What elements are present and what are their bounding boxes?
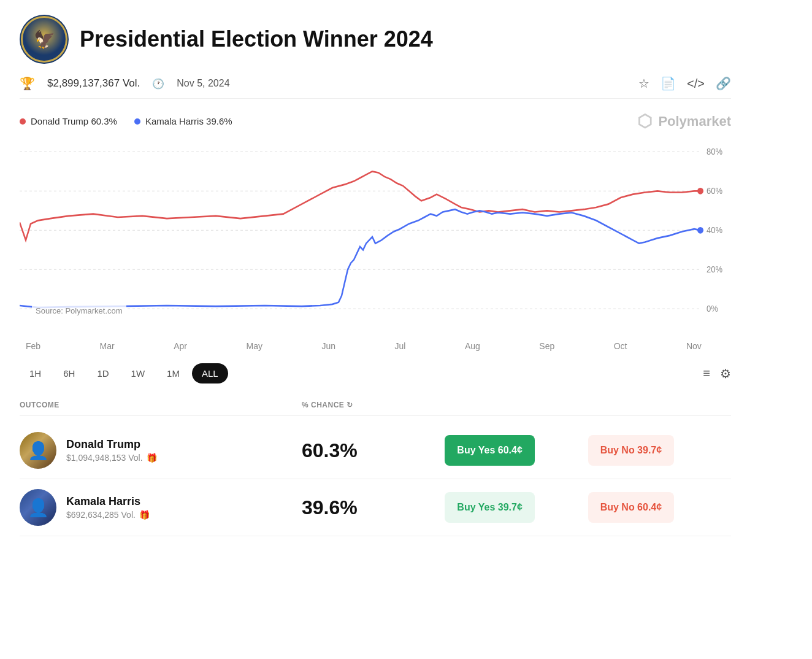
harris-avatar-icon: 👤 — [28, 498, 49, 518]
outcome-row-trump: 👤 Donald Trump $1,094,948,153 Vol. 🎁 60.… — [20, 422, 731, 479]
time-btn-all[interactable]: ALL — [192, 363, 228, 383]
seal-eagle-icon: 🦅 — [34, 29, 55, 50]
svg-text:80%: 80% — [707, 147, 722, 156]
trump-legend-label: Donald Trump 60.3% — [31, 116, 117, 126]
trophy-icon: 🏆 — [20, 76, 35, 91]
buy-yes-col-header — [445, 401, 588, 409]
code-icon[interactable]: </> — [687, 77, 705, 91]
trump-volume: $1,094,948,153 Vol. 🎁 — [66, 453, 157, 463]
harris-candidate-info: 👤 Kamala Harris $692,634,285 Vol. 🎁 — [20, 489, 302, 526]
svg-text:60%: 60% — [707, 186, 722, 195]
trump-buy-no-button[interactable]: Buy No 39.7¢ — [588, 435, 674, 466]
filter-icon[interactable]: ≡ — [703, 366, 710, 380]
buy-no-col-header — [588, 401, 731, 409]
time-buttons-group: 1H 6H 1D 1W 1M ALL — [20, 363, 228, 383]
harris-buy-no-button[interactable]: Buy No 60.4¢ — [588, 492, 674, 523]
presidential-seal: 🦅 — [20, 15, 69, 64]
svg-text:0%: 0% — [707, 304, 718, 313]
x-label-apr: Apr — [174, 341, 187, 351]
time-btn-1w[interactable]: 1W — [121, 363, 155, 383]
x-label-jul: Jul — [395, 341, 406, 351]
outcome-row-harris: 👤 Kamala Harris $692,634,285 Vol. 🎁 39.6… — [20, 479, 731, 536]
legend-harris: Kamala Harris 39.6% — [134, 116, 232, 126]
harris-buy-yes-wrapper: Buy Yes 39.7¢ — [445, 492, 588, 523]
trump-candidate-info: 👤 Donald Trump $1,094,948,153 Vol. 🎁 — [20, 432, 302, 469]
range-icons: ≡ ⚙ — [703, 366, 731, 381]
source-label: Source: Polymarket.com — [32, 305, 126, 317]
x-label-nov: Nov — [686, 341, 702, 351]
legend-trump: Donald Trump 60.3% — [20, 116, 117, 126]
harris-legend-label: Kamala Harris 39.6% — [145, 116, 232, 126]
harris-gift-icon[interactable]: 🎁 — [139, 510, 150, 520]
harris-details: Kamala Harris $692,634,285 Vol. 🎁 — [66, 495, 150, 520]
trump-avatar-icon: 👤 — [28, 441, 49, 461]
meta-right: ☆ 📄 </> 🔗 — [638, 76, 731, 91]
trump-avatar: 👤 — [20, 432, 56, 469]
polymarket-brand-name: Polymarket — [658, 114, 731, 129]
trump-dot — [20, 118, 26, 125]
svg-point-11 — [697, 227, 703, 234]
harris-chance: 39.6% — [302, 496, 445, 519]
trump-chance: 60.3% — [302, 439, 445, 462]
x-axis: Feb Mar Apr May Jun Jul Aug Sep Oct Nov — [20, 341, 731, 351]
harris-buy-yes-button[interactable]: Buy Yes 39.7¢ — [445, 492, 534, 523]
meta-bar: 🏆 $2,899,137,367 Vol. 🕐 Nov 5, 2024 ☆ 📄 … — [20, 76, 731, 99]
polymarket-logo-icon: ⬡ — [637, 111, 652, 131]
trump-buy-no-wrapper: Buy No 39.7¢ — [588, 435, 731, 466]
price-chart: 80% 60% 40% 20% 0% Source: Polymarket.co… — [20, 139, 731, 335]
trump-details: Donald Trump $1,094,948,153 Vol. 🎁 — [66, 438, 157, 463]
time-range-bar: 1H 6H 1D 1W 1M ALL ≡ ⚙ — [20, 363, 731, 383]
outcomes-table-header: OUTCOME % CHANCE ↻ — [20, 401, 731, 416]
bookmark-icon[interactable]: ☆ — [638, 76, 649, 91]
time-btn-1m[interactable]: 1M — [157, 363, 190, 383]
x-label-aug: Aug — [465, 341, 480, 351]
trump-buy-yes-wrapper: Buy Yes 60.4¢ — [445, 435, 588, 466]
refresh-icon[interactable]: ↻ — [347, 401, 353, 409]
chance-col-header: % CHANCE ↻ — [302, 401, 445, 409]
link-icon[interactable]: 🔗 — [716, 76, 731, 91]
x-label-mar: Mar — [100, 341, 115, 351]
meta-left: 🏆 $2,899,137,367 Vol. 🕐 Nov 5, 2024 — [20, 76, 230, 91]
outcome-col-header: OUTCOME — [20, 401, 302, 409]
page-header: 🦅 Presidential Election Winner 2024 — [20, 15, 731, 64]
legend-items: Donald Trump 60.3% Kamala Harris 39.6% — [20, 116, 232, 126]
clock-icon: 🕐 — [152, 78, 164, 90]
harris-volume: $692,634,285 Vol. 🎁 — [66, 510, 150, 520]
svg-point-10 — [697, 188, 703, 195]
x-label-oct: Oct — [614, 341, 627, 351]
x-label-jun: Jun — [321, 341, 335, 351]
date-text: Nov 5, 2024 — [177, 78, 229, 89]
harris-name: Kamala Harris — [66, 495, 150, 508]
chart-svg: 80% 60% 40% 20% 0% — [20, 139, 731, 335]
svg-text:40%: 40% — [707, 225, 722, 234]
trump-gift-icon[interactable]: 🎁 — [147, 453, 157, 463]
time-btn-1d[interactable]: 1D — [87, 363, 118, 383]
x-label-sep: Sep — [539, 341, 554, 351]
time-btn-6h[interactable]: 6H — [53, 363, 85, 383]
page-title: Presidential Election Winner 2024 — [80, 26, 433, 52]
chart-legend: Donald Trump 60.3% Kamala Harris 39.6% ⬡… — [20, 111, 731, 131]
settings-icon[interactable]: ⚙ — [720, 366, 731, 381]
harris-avatar: 👤 — [20, 489, 56, 526]
volume-text: $2,899,137,367 Vol. — [47, 77, 140, 90]
document-icon[interactable]: 📄 — [661, 76, 676, 91]
time-btn-1h[interactable]: 1H — [20, 363, 51, 383]
harris-buy-no-wrapper: Buy No 60.4¢ — [588, 492, 731, 523]
x-label-may: May — [247, 341, 262, 351]
svg-text:20%: 20% — [707, 264, 722, 274]
harris-dot — [134, 118, 140, 125]
polymarket-brand: ⬡ Polymarket — [637, 111, 731, 131]
trump-buy-yes-button[interactable]: Buy Yes 60.4¢ — [445, 435, 534, 466]
trump-name: Donald Trump — [66, 438, 157, 451]
x-label-feb: Feb — [26, 341, 40, 351]
